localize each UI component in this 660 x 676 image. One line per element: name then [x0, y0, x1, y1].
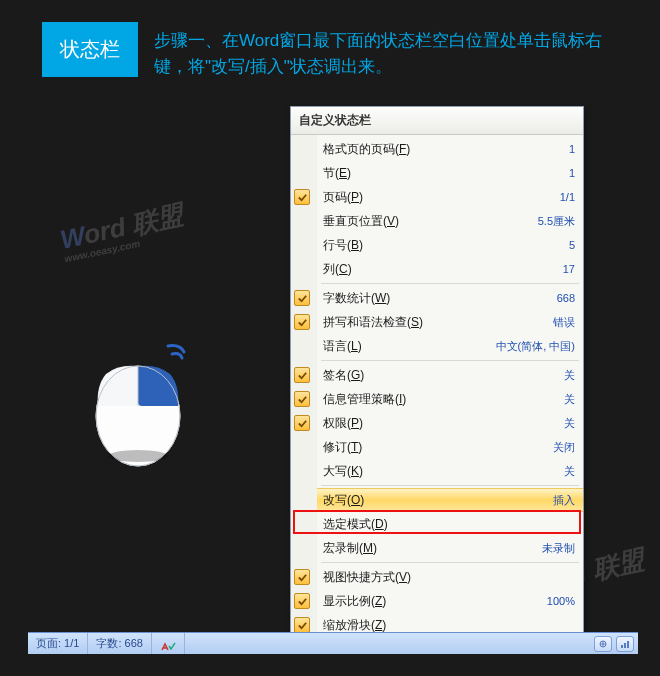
svg-rect-9 — [627, 641, 629, 648]
svg-rect-8 — [624, 643, 626, 648]
menu-item-value: 未录制 — [542, 541, 575, 556]
menu-item-label: 缩放滑块(Z) — [323, 617, 575, 634]
header: 状态栏 步骤一、在Word窗口最下面的状态栏空白位置处单击鼠标右键，将"改写/插… — [0, 0, 660, 79]
menu-item-页码[interactable]: 页码(P)1/1 — [317, 185, 583, 209]
watermark: Word 联盟 www.oeasy.com — [57, 197, 188, 264]
tray-button[interactable] — [594, 636, 612, 652]
menu-separator — [321, 485, 579, 486]
menu-item-value: 关闭 — [553, 440, 575, 455]
word-status-bar[interactable]: 页面: 1/1 字数: 668 — [28, 632, 638, 654]
menu-item-label: 字数统计(W) — [323, 290, 557, 307]
menu-item-label: 视图快捷方式(V) — [323, 569, 575, 586]
menu-item-label: 页码(P) — [323, 189, 560, 206]
menu-item-value: 关 — [564, 416, 575, 431]
svg-point-3 — [108, 450, 168, 462]
statusbar-proofing-icon[interactable] — [152, 633, 185, 654]
menu-item-格式页的页码[interactable]: 格式页的页码(F)1 — [317, 137, 583, 161]
menu-item-行号[interactable]: 行号(B)5 — [317, 233, 583, 257]
menu-item-value: 1 — [569, 167, 575, 179]
menu-item-label: 修订(T) — [323, 439, 553, 456]
menu-item-value: 关 — [564, 392, 575, 407]
menu-item-选定模式[interactable]: 选定模式(D) — [317, 512, 583, 536]
check-icon — [294, 391, 310, 407]
menu-item-label: 列(C) — [323, 261, 563, 278]
check-icon — [294, 290, 310, 306]
menu-item-拼写和语法检查[interactable]: 拼写和语法检查(S)错误 — [317, 310, 583, 334]
instruction-text: 步骤一、在Word窗口最下面的状态栏空白位置处单击鼠标右键，将"改写/插入"状态… — [154, 22, 628, 79]
check-icon — [294, 415, 310, 431]
check-icon — [294, 314, 310, 330]
statusbar-word-count[interactable]: 字数: 668 — [88, 633, 151, 654]
menu-item-value: 1/1 — [560, 191, 575, 203]
statusbar-page[interactable]: 页面: 1/1 — [28, 633, 88, 654]
menu-item-label: 宏录制(M) — [323, 540, 542, 557]
menu-item-value: 1 — [569, 143, 575, 155]
menu-gutter — [291, 135, 317, 639]
menu-separator — [321, 283, 579, 284]
tray-button[interactable] — [616, 636, 634, 652]
menu-item-label: 垂直页位置(V) — [323, 213, 538, 230]
check-icon — [294, 189, 310, 205]
menu-item-权限[interactable]: 权限(P)关 — [317, 411, 583, 435]
menu-item-label: 语言(L) — [323, 338, 496, 355]
menu-item-value: 错误 — [553, 315, 575, 330]
menu-item-label: 签名(G) — [323, 367, 564, 384]
status-tag: 状态栏 — [42, 22, 138, 77]
check-icon — [294, 617, 310, 633]
menu-item-label: 显示比例(Z) — [323, 593, 547, 610]
menu-item-value: 5 — [569, 239, 575, 251]
menu-item-label: 改写(O) — [323, 492, 553, 509]
menu-item-显示比例[interactable]: 显示比例(Z)100% — [317, 589, 583, 613]
menu-item-value: 100% — [547, 595, 575, 607]
menu-item-value: 关 — [564, 368, 575, 383]
check-icon — [294, 569, 310, 585]
menu-item-label: 权限(P) — [323, 415, 564, 432]
menu-item-列[interactable]: 列(C)17 — [317, 257, 583, 281]
menu-items: 格式页的页码(F)1节(E)1页码(P)1/1垂直页位置(V)5.5厘米行号(B… — [317, 135, 583, 639]
check-icon — [294, 593, 310, 609]
check-icon — [294, 367, 310, 383]
menu-item-视图快捷方式[interactable]: 视图快捷方式(V) — [317, 565, 583, 589]
mouse-right-click-icon — [90, 338, 200, 471]
menu-title: 自定义状态栏 — [291, 107, 583, 135]
menu-item-语言[interactable]: 语言(L)中文(简体, 中国) — [317, 334, 583, 358]
menu-item-字数统计[interactable]: 字数统计(W)668 — [317, 286, 583, 310]
menu-item-label: 节(E) — [323, 165, 569, 182]
menu-item-信息管理策略[interactable]: 信息管理策略(I)关 — [317, 387, 583, 411]
menu-item-value: 5.5厘米 — [538, 214, 575, 229]
menu-item-label: 格式页的页码(F) — [323, 141, 569, 158]
menu-item-垂直页位置[interactable]: 垂直页位置(V)5.5厘米 — [317, 209, 583, 233]
menu-item-大写[interactable]: 大写(K)关 — [317, 459, 583, 483]
menu-item-value: 17 — [563, 263, 575, 275]
menu-separator — [321, 562, 579, 563]
menu-item-宏录制[interactable]: 宏录制(M)未录制 — [317, 536, 583, 560]
menu-item-value: 中文(简体, 中国) — [496, 339, 575, 354]
menu-item-label: 拼写和语法检查(S) — [323, 314, 553, 331]
menu-item-修订[interactable]: 修订(T)关闭 — [317, 435, 583, 459]
menu-item-value: 插入 — [553, 493, 575, 508]
menu-item-label: 选定模式(D) — [323, 516, 575, 533]
menu-item-改写[interactable]: 改写(O)插入 — [317, 488, 583, 512]
menu-item-label: 大写(K) — [323, 463, 564, 480]
menu-item-label: 信息管理策略(I) — [323, 391, 564, 408]
statusbar-context-menu: 自定义状态栏 格式页的页码(F)1节(E)1页码(P)1/1垂直页位置(V)5.… — [290, 106, 584, 640]
menu-item-label: 行号(B) — [323, 237, 569, 254]
menu-separator — [321, 360, 579, 361]
menu-item-节[interactable]: 节(E)1 — [317, 161, 583, 185]
menu-item-value: 668 — [557, 292, 575, 304]
svg-rect-7 — [621, 645, 623, 648]
menu-item-签名[interactable]: 签名(G)关 — [317, 363, 583, 387]
menu-item-value: 关 — [564, 464, 575, 479]
